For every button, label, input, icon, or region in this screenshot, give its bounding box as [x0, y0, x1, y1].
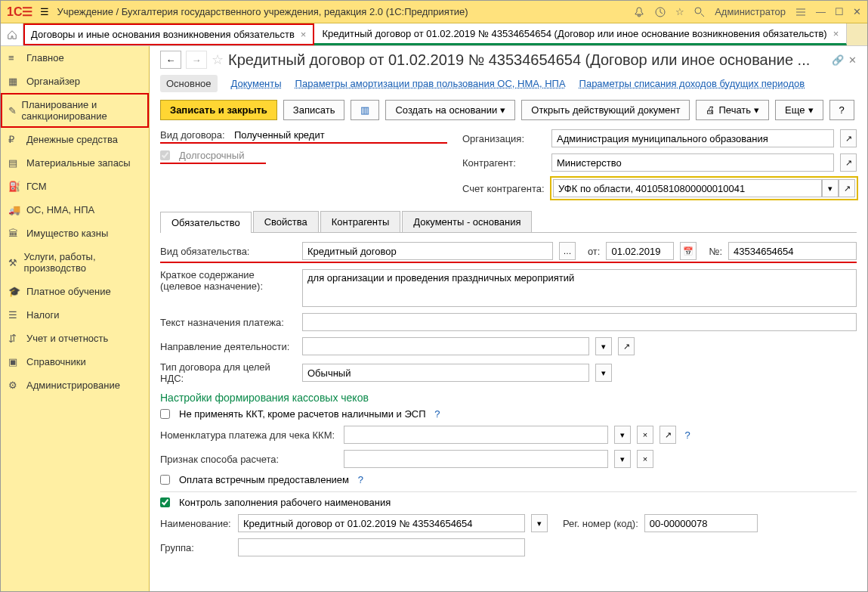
kontragent-input[interactable]: [551, 153, 834, 172]
priznak-input[interactable]: [344, 450, 608, 468]
gruppa-input[interactable]: [238, 538, 525, 556]
more-button[interactable]: Еще ▾: [775, 100, 823, 120]
sidebar-item-organizer[interactable]: ▦Органайзер: [1, 70, 149, 93]
naimen-input[interactable]: [238, 514, 525, 532]
napr-label: Направление деятельности:: [160, 341, 296, 352]
kontrol-checkbox[interactable]: [160, 497, 170, 507]
print-button[interactable]: 🖨 Печать ▾: [696, 100, 769, 120]
subtab-main[interactable]: Основное: [160, 75, 218, 92]
sidebar-item-money[interactable]: ₽Денежные средства: [1, 128, 149, 151]
open-ref-icon[interactable]: ↗: [618, 337, 635, 355]
sidebar-label: Налоги: [26, 309, 60, 321]
calendar-icon[interactable]: 📅: [680, 242, 697, 260]
no-input[interactable]: [728, 242, 857, 260]
clear-icon[interactable]: ×: [637, 426, 653, 444]
tab-contracts[interactable]: Договоры и иные основания возникновения …: [23, 23, 314, 45]
sidebar-label: Имущество казны: [26, 228, 108, 239]
sidebar-item-admin[interactable]: ⚙Администрирование: [1, 373, 149, 397]
chart-icon: ⇵: [8, 333, 26, 344]
select-icon[interactable]: …: [559, 242, 576, 260]
dropdown-icon[interactable]: ▾: [822, 179, 839, 197]
chevron-down-icon: ▾: [754, 104, 759, 116]
clear-icon[interactable]: ×: [637, 450, 653, 468]
sidebar-item-materials[interactable]: ▤Материальные запасы: [1, 151, 149, 175]
dropdown-icon[interactable]: ▾: [614, 450, 631, 468]
innertab-props[interactable]: Свойства: [253, 211, 319, 232]
tekst-input[interactable]: [302, 313, 857, 331]
settings-lines-icon[interactable]: [795, 6, 807, 18]
history-icon[interactable]: [654, 6, 666, 18]
sidebar-item-reports[interactable]: ⇵Учет и отчетность: [1, 327, 149, 350]
vid-obyaz-input[interactable]: [302, 242, 553, 260]
sidebar-item-taxes[interactable]: ☰Налоги: [1, 303, 149, 327]
favorite-icon[interactable]: ☆: [212, 51, 224, 68]
kkt-section-header: Настройки формирования кассовых чеков: [160, 392, 857, 404]
dropdown-icon[interactable]: ▾: [531, 514, 548, 532]
back-button[interactable]: ←: [160, 51, 181, 69]
open-ref-icon[interactable]: ↗: [840, 129, 857, 147]
sidebar-item-services[interactable]: ⚒Услуги, работы, производство: [1, 245, 149, 280]
sidebar-item-treasury[interactable]: 🏛Имущество казны: [1, 222, 149, 245]
tab-label: Кредитный договор от 01.02.2019 № 435346…: [322, 28, 826, 39]
open-ref-icon[interactable]: ↗: [840, 153, 857, 172]
subtab-amort[interactable]: Параметры амортизации прав пользования О…: [295, 78, 566, 89]
maximize-icon[interactable]: ☐: [835, 6, 844, 17]
close-page-icon[interactable]: ✕: [848, 54, 857, 66]
help-icon[interactable]: ?: [355, 474, 363, 485]
help-icon[interactable]: ?: [682, 429, 690, 441]
innertab-basis-docs[interactable]: Документы - основания: [402, 211, 532, 232]
star-icon[interactable]: ☆: [675, 6, 684, 17]
home-tab[interactable]: [1, 23, 23, 45]
tab-label: Договоры и иные основания возникновения …: [31, 29, 295, 40]
sidebar-label: Денежные средства: [26, 134, 118, 145]
sidebar-item-os[interactable]: 🚚ОС, НМА, НПА: [1, 198, 149, 222]
org-input[interactable]: [551, 129, 834, 147]
tab-close-icon[interactable]: ×: [301, 29, 307, 40]
help-icon[interactable]: ?: [432, 408, 440, 420]
close-icon[interactable]: ✕: [853, 6, 861, 17]
vid-obyaz-label: Вид обязательства:: [160, 246, 296, 257]
user-label[interactable]: Администратор: [715, 6, 786, 17]
tab-credit-contract[interactable]: Кредитный договор от 01.02.2019 № 435346…: [314, 23, 847, 45]
tab-close-icon[interactable]: ×: [833, 28, 839, 39]
kratk-input[interactable]: [302, 269, 857, 307]
sidebar-item-education[interactable]: 🎓Платное обучение: [1, 280, 149, 303]
create-based-button[interactable]: Создать на основании ▾: [385, 100, 515, 120]
subtab-docs[interactable]: Документы: [231, 78, 282, 89]
open-ref-icon[interactable]: ↗: [839, 179, 855, 197]
oplata-checkbox[interactable]: [160, 475, 170, 485]
minimize-icon[interactable]: —: [816, 6, 826, 17]
dropdown-icon[interactable]: ▾: [595, 364, 612, 382]
help-button[interactable]: ?: [829, 100, 854, 120]
gear-icon: ⚙: [8, 380, 26, 391]
forward-button[interactable]: →: [186, 51, 207, 69]
innertab-obligation[interactable]: Обязательство: [160, 212, 252, 233]
priznak-label: Признак способа расчета:: [160, 454, 338, 465]
napr-input[interactable]: [302, 337, 589, 355]
sidebar-item-gsm[interactable]: ⛽ГСМ: [1, 175, 149, 198]
schet-input[interactable]: [553, 179, 822, 197]
save-close-button[interactable]: Записать и закрыть: [160, 100, 277, 120]
innertab-counterparties[interactable]: Контрагенты: [320, 211, 401, 232]
ot-input[interactable]: [606, 242, 674, 260]
nomen-input[interactable]: [344, 426, 608, 444]
menu-icon[interactable]: ☰: [40, 6, 49, 17]
link-icon[interactable]: 🔗: [832, 54, 844, 66]
bell-icon[interactable]: [633, 6, 645, 18]
sidebar-item-refs[interactable]: ▣Справочники: [1, 350, 149, 373]
nds-input[interactable]: [302, 364, 589, 382]
dropdown-icon[interactable]: ▾: [614, 426, 631, 444]
kontragent-label: Контрагент:: [462, 157, 545, 169]
subtab-spis[interactable]: Параметры списания доходов будущих перио…: [579, 78, 805, 89]
regnom-input[interactable]: [644, 514, 758, 532]
sidebar-item-planning[interactable]: ✎Планирование и санкционирование: [1, 93, 149, 128]
dropdown-icon[interactable]: ▾: [595, 337, 612, 355]
kkt-skip-checkbox[interactable]: [160, 409, 170, 419]
search-icon[interactable]: [693, 6, 706, 18]
dolgosroch-label: Долгосрочный: [179, 150, 244, 161]
save-button[interactable]: Записать: [283, 100, 345, 120]
sidebar-item-main[interactable]: ≡Главное: [1, 46, 149, 70]
open-ref-icon[interactable]: ↗: [659, 426, 676, 444]
report-button[interactable]: ▥: [351, 100, 379, 120]
open-doc-button[interactable]: Открыть действующий документ: [521, 100, 690, 120]
